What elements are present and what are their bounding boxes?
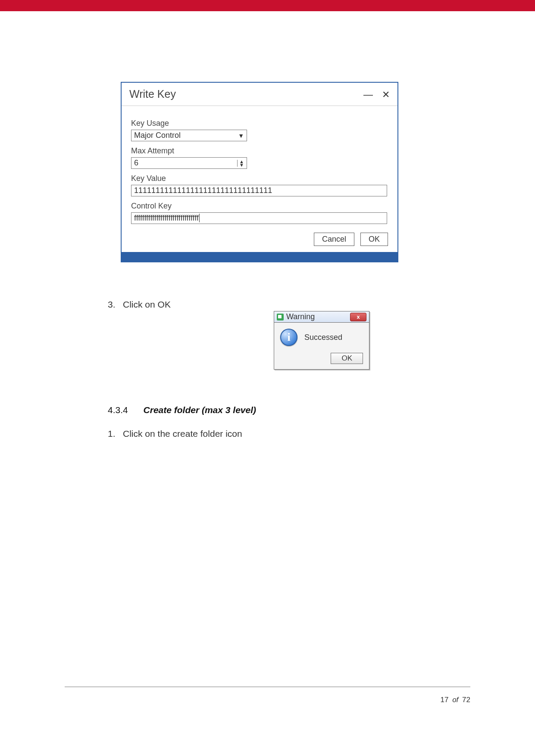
max-attempt-value: 6 (134, 159, 138, 168)
dialog-bottom-bar (122, 252, 397, 261)
page-top-bar (0, 0, 535, 11)
footer-rule (65, 687, 470, 687)
page-of: of (452, 696, 458, 704)
step-3-number: 3. (108, 299, 116, 309)
ok-button[interactable]: OK (360, 233, 388, 246)
dialog-title: Write Key (129, 88, 176, 100)
dialog-titlebar: Write Key — ✕ (122, 83, 397, 106)
popup-message: Successed (304, 333, 342, 342)
label-max-attempt: Max Attempt (131, 146, 388, 156)
key-usage-select[interactable]: Major Control ▼ (131, 130, 247, 141)
app-icon (277, 314, 284, 320)
chevron-down-icon: ▼ (238, 132, 244, 139)
close-icon[interactable]: ✕ (382, 89, 390, 100)
label-key-value: Key Value (131, 174, 388, 183)
popup-close-button[interactable]: x (350, 313, 366, 321)
step-1: 1. Click on the create folder icon (108, 429, 242, 439)
step-3-text: Click on OK (123, 299, 171, 309)
max-attempt-spin[interactable]: 6 ▲▼ (131, 157, 247, 169)
page-footer: 17 of 72 (441, 696, 471, 704)
minimize-icon[interactable]: — (363, 89, 373, 100)
popup-title-text: Warning (286, 312, 315, 321)
section-number: 4.3.4 (108, 405, 128, 415)
step-1-text: Click on the create folder icon (123, 429, 242, 439)
section-heading: 4.3.4 Create folder (max 3 level) (108, 405, 256, 415)
info-icon: i (280, 329, 297, 346)
page-content: Write Key — ✕ Key Usage Major Control ▼ … (65, 26, 470, 704)
write-key-dialog: Write Key — ✕ Key Usage Major Control ▼ … (121, 82, 398, 262)
label-key-usage: Key Usage (131, 119, 388, 128)
dialog-body: Key Usage Major Control ▼ Max Attempt 6 … (122, 106, 397, 228)
step-1-number: 1. (108, 429, 116, 439)
step-3: 3. Click on OK (108, 299, 171, 310)
control-key-input[interactable]: ffffffffffffffffffffffffffffffff (131, 212, 387, 224)
warning-popup: Warning x i Successed OK (274, 311, 369, 370)
control-key-text: ffffffffffffffffffffffffffffffff (134, 214, 200, 222)
spin-buttons-icon[interactable]: ▲▼ (237, 160, 244, 167)
popup-titlebar: Warning x (274, 311, 369, 323)
page-number: 17 (441, 696, 449, 704)
key-value-input[interactable]: 11111111111111111111111111111111 (131, 185, 387, 196)
label-control-key: Control Key (131, 202, 388, 211)
key-usage-value: Major Control (134, 131, 181, 140)
section-title: Create folder (max 3 level) (144, 405, 256, 415)
page-total: 72 (462, 696, 470, 704)
key-value-text: 11111111111111111111111111111111 (134, 186, 272, 195)
popup-ok-button[interactable]: OK (331, 353, 363, 364)
cancel-button[interactable]: Cancel (314, 233, 354, 246)
